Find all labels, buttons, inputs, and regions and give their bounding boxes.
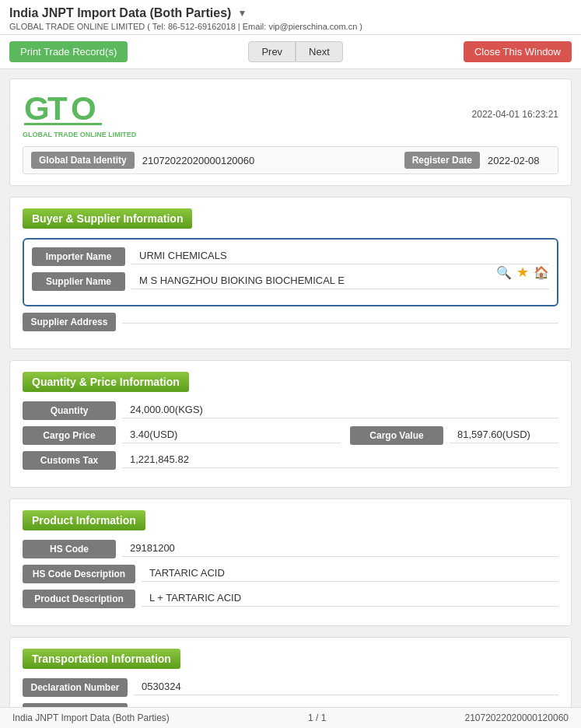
svg-rect-3 (24, 123, 102, 125)
next-button[interactable]: Next (296, 41, 343, 62)
footer-center: 1 / 1 (308, 712, 326, 723)
cargo-price-value: 3.40(USD) (122, 429, 341, 443)
hs-desc-label: HS Code Description (23, 565, 135, 583)
decl-number-row: Declaration Number 0530324 (23, 678, 558, 697)
quantity-row: Quantity 24,000.00(KGS) (23, 401, 558, 420)
transportation-header: Transportation Information (23, 649, 180, 669)
supplier-address-label: Supplier Address (23, 313, 116, 331)
product-desc-row: Product Description L + TARTARIC ACID (23, 590, 558, 608)
header: India JNPT Import Data (Both Parties) ▼ … (0, 0, 581, 35)
buyer-icons: 🔍 ★ 🏠 (496, 264, 549, 281)
quantity-price-card: Quantity & Price Information Quantity 24… (9, 360, 572, 488)
header-subtitle: GLOBAL TRADE ONLINE LIMITED ( Tel: 86-51… (9, 22, 572, 31)
cargo-value-value: 81,597.60(USD) (450, 429, 558, 443)
logo-row: G T O GLOBAL TRADE ONLINE LIMITED 2022-0… (23, 90, 558, 138)
top-card: G T O GLOBAL TRADE ONLINE LIMITED 2022-0… (9, 79, 572, 186)
importer-label: Importer Name (32, 247, 125, 266)
product-info-header: Product Information (23, 510, 145, 530)
cargo-price-label: Cargo Price (23, 426, 116, 445)
global-data-label: Global Data Identity (31, 152, 135, 169)
quantity-value: 24,000.00(KGS) (122, 404, 558, 418)
page-title: India JNPT Import Data (Both Parties) ▼ (9, 6, 572, 20)
global-data-row: Global Data Identity 2107202202000012006… (23, 146, 558, 174)
product-desc-value: L + TARTARIC ACID (142, 592, 558, 607)
logo-company-name: GLOBAL TRADE ONLINE LIMITED (23, 131, 136, 138)
decl-number-label: Declaration Number (23, 678, 128, 697)
svg-text:T: T (47, 90, 68, 127)
hs-code-row: HS Code 29181200 (23, 540, 558, 558)
customs-tax-row: Customs Tax 1,221,845.82 (23, 451, 558, 470)
customs-tax-label: Customs Tax (23, 451, 116, 470)
cargo-row: Cargo Price 3.40(USD) Cargo Value 81,597… (23, 426, 558, 445)
close-button[interactable]: Close This Window (464, 41, 572, 62)
supplier-value: M S HANGZHOU BIOKING BIOCHEMICAL E (131, 275, 549, 289)
supplier-address-row: Supplier Address (23, 313, 558, 331)
print-button[interactable]: Print Trade Record(s) (9, 41, 128, 62)
timestamp: 2022-04-01 16:23:21 (472, 109, 558, 120)
toolbar: Print Trade Record(s) Prev Next Close Th… (0, 35, 581, 69)
hs-code-label: HS Code (23, 540, 116, 558)
register-date-value: 2022-02-08 (480, 155, 550, 166)
hs-code-value: 29181200 (122, 542, 558, 557)
buyer-supplier-card: Buyer & Supplier Information 🔍 ★ 🏠 Impor… (9, 197, 572, 349)
supplier-row: Supplier Name M S HANGZHOU BIOKING BIOCH… (32, 272, 549, 291)
global-data-value: 21072022020000120060 (135, 155, 404, 166)
customs-tax-value: 1,221,845.82 (122, 453, 558, 468)
buyer-supplier-inner: 🔍 ★ 🏠 Importer Name URMI CHEMICALS Suppl… (23, 238, 558, 306)
supplier-address-value (122, 320, 558, 324)
supplier-label: Supplier Name (32, 272, 125, 291)
cargo-price-col: Cargo Price 3.40(USD) (23, 426, 341, 445)
register-date-label: Register Date (404, 152, 480, 169)
main-content: G T O GLOBAL TRADE ONLINE LIMITED 2022-0… (0, 69, 581, 728)
company-logo: G T O (23, 90, 108, 129)
footer-right: 21072022020000120060 (465, 712, 569, 723)
nav-buttons: Prev Next (248, 41, 342, 62)
footer-left: India JNPT Import Data (Both Parties) (12, 712, 170, 723)
product-info-card: Product Information HS Code 29181200 HS … (9, 499, 572, 626)
quantity-price-header: Quantity & Price Information (23, 372, 189, 392)
dropdown-icon[interactable]: ▼ (237, 8, 247, 19)
decl-number-value: 0530324 (134, 681, 558, 695)
svg-text:O: O (71, 90, 96, 127)
search-icon[interactable]: 🔍 (496, 265, 512, 280)
quantity-label: Quantity (23, 401, 116, 420)
home-icon[interactable]: 🏠 (534, 265, 549, 280)
star-icon[interactable]: ★ (516, 264, 529, 281)
importer-value: URMI CHEMICALS (131, 250, 549, 264)
logo-area: G T O GLOBAL TRADE ONLINE LIMITED (23, 90, 136, 138)
hs-desc-row: HS Code Description TARTARIC ACID (23, 565, 558, 583)
svg-text:G: G (24, 90, 50, 127)
prev-button[interactable]: Prev (248, 41, 296, 62)
title-text: India JNPT Import Data (Both Parties) (9, 6, 231, 20)
footer: India JNPT Import Data (Both Parties) 1 … (0, 707, 581, 728)
product-desc-label: Product Description (23, 590, 135, 608)
hs-desc-value: TARTARIC ACID (142, 567, 558, 582)
cargo-value-col: Cargo Value 81,597.60(USD) (350, 426, 558, 445)
cargo-value-label: Cargo Value (350, 426, 443, 445)
importer-row: Importer Name URMI CHEMICALS (32, 247, 549, 266)
buyer-supplier-header: Buyer & Supplier Information (23, 208, 192, 229)
